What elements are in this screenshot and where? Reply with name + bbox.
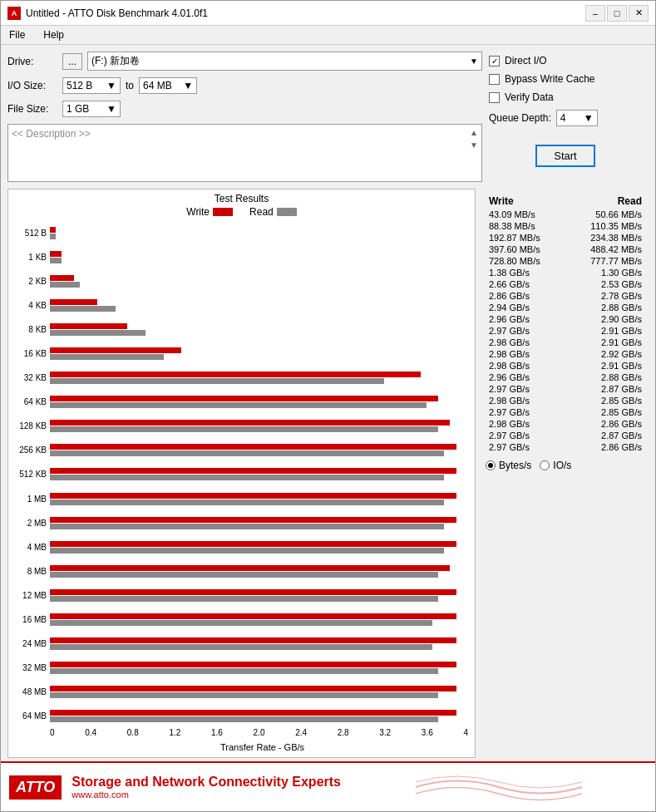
legend-write-color xyxy=(213,208,233,216)
y-label: 48 MB xyxy=(15,687,47,696)
result-read: 2.86 GB/s xyxy=(601,419,642,429)
direct-io-checkbox[interactable]: ✓ xyxy=(489,56,500,66)
result-read: 110.35 MB/s xyxy=(590,221,642,231)
write-bar xyxy=(50,372,421,377)
verify-data-label: Verify Data xyxy=(505,91,554,103)
write-bar xyxy=(50,613,456,619)
read-bar xyxy=(50,378,384,384)
result-write: 2.98 GB/s xyxy=(489,361,530,371)
atto-logo: ATTO xyxy=(9,775,62,800)
bar-pair xyxy=(50,565,468,578)
drive-select[interactable]: (F:) 新加卷 ▼ xyxy=(87,52,482,71)
legend-write: Write xyxy=(186,206,233,218)
result-write: 2.97 GB/s xyxy=(489,384,530,394)
title-bar-left: A Untitled - ATTO Disk Benchmark 4.01.0f… xyxy=(7,7,208,20)
menu-help[interactable]: Help xyxy=(38,27,69,42)
x-tick: 4 xyxy=(463,728,468,737)
result-write: 1.38 GB/s xyxy=(489,268,530,278)
scroll-up-arrow[interactable]: ▲ xyxy=(470,128,478,137)
y-label: 24 MB xyxy=(15,639,47,648)
bytes-radio-item: Bytes/s xyxy=(486,460,531,471)
x-tick: 1.2 xyxy=(169,728,180,737)
content-area: Drive: ... (F:) 新加卷 ▼ I/O Size: 512 B ▼ … xyxy=(1,45,655,761)
read-bar xyxy=(50,668,438,674)
result-read: 777.77 MB/s xyxy=(590,256,642,266)
ios-label: IO/s xyxy=(553,460,571,471)
scroll-down-arrow[interactable]: ▼ xyxy=(470,140,478,150)
result-read: 2.53 GB/s xyxy=(601,279,642,289)
results-read-header: Read xyxy=(618,195,642,207)
right-config: ✓ Direct I/O Bypass Write Cache Verify D… xyxy=(482,52,649,182)
verify-data-row: Verify Data xyxy=(489,91,642,103)
bar-pair xyxy=(50,323,468,336)
drive-browse-button[interactable]: ... xyxy=(62,53,82,70)
bar-pair xyxy=(50,420,468,432)
read-bar xyxy=(50,306,116,312)
results-write-header: Write xyxy=(489,195,514,207)
read-bar xyxy=(50,548,444,554)
file-size-arrow: ▼ xyxy=(106,103,116,115)
result-write: 2.96 GB/s xyxy=(489,314,530,324)
result-write: 2.97 GB/s xyxy=(489,442,530,452)
read-bar xyxy=(50,596,438,602)
result-row: 88.38 MB/s110.35 MB/s xyxy=(486,220,645,232)
y-label: 64 MB xyxy=(15,711,47,721)
bypass-cache-label: Bypass Write Cache xyxy=(505,73,595,85)
result-row: 2.98 GB/s2.91 GB/s xyxy=(486,337,645,348)
io-from-select[interactable]: 512 B ▼ xyxy=(62,77,121,94)
result-write: 88.38 MB/s xyxy=(489,221,535,231)
read-bar xyxy=(50,475,444,480)
x-tick: 3.2 xyxy=(379,728,391,737)
result-write: 2.98 GB/s xyxy=(489,337,530,347)
result-write: 2.97 GB/s xyxy=(489,407,530,417)
bypass-cache-checkbox[interactable] xyxy=(489,74,500,85)
bar-pair xyxy=(50,613,468,626)
y-label: 128 KB xyxy=(15,421,47,431)
menu-file[interactable]: File xyxy=(4,27,30,42)
file-size-row: File Size: 1 GB ▼ xyxy=(7,101,482,117)
result-write: 728.80 MB/s xyxy=(489,256,540,266)
results-area: Write Read 43.09 MB/s50.66 MB/s88.38 MB/… xyxy=(482,189,649,758)
io-from-arrow: ▼ xyxy=(106,80,116,91)
minimize-button[interactable]: – xyxy=(585,5,605,22)
banner-main-text: Storage and Network Connectivity Experts xyxy=(72,775,341,790)
file-size-select[interactable]: 1 GB ▼ xyxy=(62,101,121,117)
result-row: 2.97 GB/s2.87 GB/s xyxy=(486,383,645,395)
result-write: 2.98 GB/s xyxy=(489,349,530,359)
bar-pair xyxy=(50,396,468,408)
result-row: 2.98 GB/s2.85 GB/s xyxy=(486,395,645,406)
bytes-radio-dot xyxy=(488,463,493,468)
description-scrollbar[interactable]: ▲ ▼ xyxy=(470,128,478,150)
write-bar xyxy=(50,420,450,426)
result-row: 2.96 GB/s2.88 GB/s xyxy=(486,372,645,383)
start-button[interactable]: Start xyxy=(535,145,594,167)
result-write: 43.09 MB/s xyxy=(489,209,535,219)
write-bar xyxy=(50,444,456,450)
file-size-value: 1 GB xyxy=(67,103,89,115)
x-axis-labels: 00.40.81.21.62.02.42.83.23.64 xyxy=(50,728,468,739)
write-bar xyxy=(50,299,97,305)
verify-data-checkbox[interactable] xyxy=(489,92,500,103)
bytes-radio[interactable] xyxy=(486,460,496,470)
write-bar xyxy=(50,637,456,643)
bar-pair xyxy=(50,493,468,505)
bytes-label: Bytes/s xyxy=(499,460,531,471)
io-from-value: 512 B xyxy=(67,80,92,91)
main-window: A Untitled - ATTO Disk Benchmark 4.01.0f… xyxy=(0,0,656,812)
write-bar xyxy=(50,589,456,595)
queue-select[interactable]: 4 ▼ xyxy=(556,110,598,126)
y-label: 2 KB xyxy=(15,277,47,286)
menu-bar: File Help xyxy=(1,26,655,45)
window-title: Untitled - ATTO Disk Benchmark 4.01.0f1 xyxy=(26,7,208,19)
close-button[interactable]: ✕ xyxy=(629,5,649,22)
write-bar xyxy=(50,468,456,474)
read-bar xyxy=(50,234,56,239)
write-bar xyxy=(50,686,456,691)
maximize-button[interactable]: □ xyxy=(607,5,627,22)
x-tick: 2.4 xyxy=(295,728,307,737)
x-tick: 2.0 xyxy=(254,728,265,737)
ios-radio[interactable] xyxy=(540,460,550,470)
legend-read-label: Read xyxy=(249,206,274,218)
io-to-select[interactable]: 64 MB ▼ xyxy=(139,77,197,94)
write-bar xyxy=(50,347,181,353)
